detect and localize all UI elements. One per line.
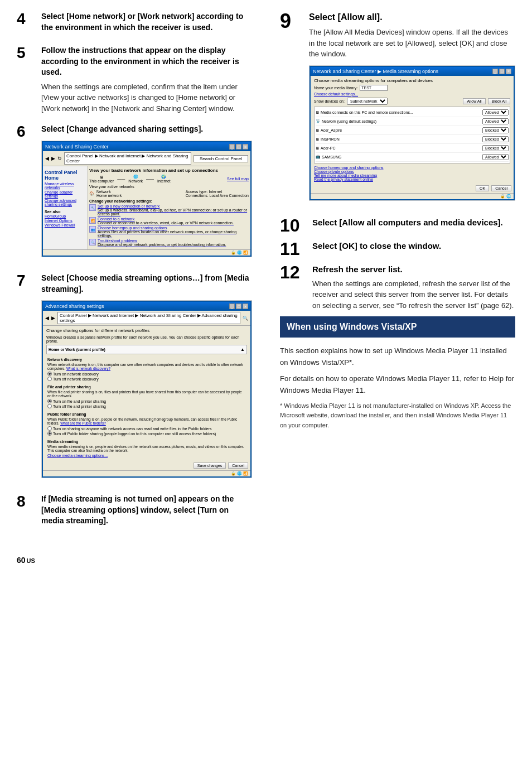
choose-media-heading: Choose media streaming options for compu… <box>314 78 510 83</box>
pub-off-row: Turn off Public folder sharing (people l… <box>47 431 246 436</box>
step-8-content: If [Media streaming is not turned on] ap… <box>41 494 252 529</box>
show-devices-label: Show devices on: <box>314 99 345 103</box>
device-name-3: INSPIRON <box>321 137 340 141</box>
access-info: Access type: InternetConnections: Local … <box>186 190 249 197</box>
device-status-3[interactable]: Blocked <box>482 136 509 142</box>
public-folder-title: Public folder sharing <box>47 412 246 416</box>
troubleshoot-row: 🔍 Troubleshoot problemsDiagnose and repa… <box>89 239 249 247</box>
back-icon[interactable]: ◀ <box>45 156 49 161</box>
public-folder-link[interactable]: What are the Public folders? <box>60 421 106 425</box>
adv-buttons: Save changes Cancel <box>43 461 250 470</box>
device-status-1[interactable]: Allowed <box>482 118 509 124</box>
vista-xp-title: When using Windows Vista/XP <box>287 322 417 331</box>
device-row-2: 🖥 Acer_Aspire Blocked <box>316 126 509 135</box>
media-close-btn[interactable]: × <box>506 69 511 74</box>
device-status-5[interactable]: Allowed <box>482 154 509 160</box>
adv-close-btn[interactable]: × <box>243 303 248 309</box>
change-advanced-link[interactable]: Change advanced sharing settings <box>45 199 85 206</box>
step-7-title: Select [Choose media streaming options…]… <box>41 273 252 295</box>
homegroup-options-link[interactable]: Choose homegroup and sharing options <box>314 166 510 170</box>
adv-min-btn[interactable]: _ <box>229 303 235 309</box>
device-status-4[interactable]: Blocked <box>482 145 509 151</box>
connect-link[interactable]: Connect to a networkConnect or reconnect… <box>98 217 234 225</box>
devices-dropdown[interactable]: Subnet network <box>347 98 388 105</box>
profile-arrow[interactable]: ▲ <box>240 347 245 352</box>
net-disc-off-radio[interactable] <box>47 377 52 381</box>
step-5-body: When the settings are completed, confirm… <box>41 81 252 114</box>
network-label: Network <box>128 179 143 183</box>
network-row: 🏠 NetworkHome network Access type: Inter… <box>89 190 249 197</box>
troubleshoot-icon: 🔍 <box>89 239 96 245</box>
arrow2: —— <box>146 177 154 181</box>
step-6-number: 6 <box>17 124 38 139</box>
forward-icon[interactable]: ▶ <box>51 156 55 161</box>
tell-more-link[interactable]: Tell me more about media streaming <box>314 174 510 177</box>
file-share-on-radio[interactable] <box>47 399 52 403</box>
privacy-link[interactable]: Read the privacy statement online <box>314 177 510 181</box>
media-title-text: Network and Sharing Center ▶ Media Strea… <box>313 69 438 74</box>
media-min-btn[interactable]: _ <box>492 69 498 74</box>
win-toolbar: ◀ ▶ ↻ Control Panel ▶ Network and Intern… <box>43 151 250 166</box>
adv-max-btn[interactable]: □ <box>236 303 241 309</box>
control-panel-home-link[interactable]: Control Panel Home <box>45 170 85 181</box>
device-name-2: Acer_Aspire <box>321 128 342 132</box>
homegroup-link2[interactable]: Choose homegroup and sharing optionsAcce… <box>98 226 249 238</box>
minimize-btn[interactable]: _ <box>229 144 235 150</box>
device-status-2[interactable]: Blocked <box>482 127 509 133</box>
network-icon: 🌐 <box>128 175 143 179</box>
address-bar[interactable]: Control Panel ▶ Network and Internet ▶ N… <box>64 152 191 165</box>
step-4-title: Select [Home network] or [Work network] … <box>41 11 252 33</box>
step-9-body: The [Allow All Media Devices] window ope… <box>309 27 515 60</box>
adv-subtitle: Windows creates a separate network profi… <box>46 335 247 343</box>
profile-header: Home or Work (current profile) ▲ <box>49 347 245 352</box>
adv-address-bar[interactable]: Control Panel ▶ Network and Internet ▶ N… <box>57 312 240 324</box>
device-icon-1: 📡 <box>316 119 321 123</box>
device-icon-2: 🖥 <box>316 128 320 132</box>
adv-search-icon[interactable]: 🔍 <box>243 316 248 321</box>
step-5: 5 Follow the instructions that appear on… <box>17 45 252 114</box>
private-options-link[interactable]: Choose private options <box>314 170 510 174</box>
close-btn[interactable]: × <box>243 144 248 150</box>
pub-on-row: Turn on sharing so anyone with network a… <box>47 426 246 431</box>
setup-link[interactable]: Set up a new connection or networkSet up… <box>98 204 249 216</box>
adv-forward-icon[interactable]: ▶ <box>51 315 55 321</box>
step-8: 8 If [Media streaming is not turned on] … <box>17 494 252 529</box>
internet-options-link[interactable]: Internet Options <box>45 219 85 223</box>
device-status-0[interactable]: Allowed <box>482 109 509 115</box>
allow-all-btn[interactable]: Allow All <box>463 98 485 104</box>
media-max-btn[interactable]: □ <box>499 69 505 74</box>
net-disc-on-radio[interactable] <box>47 372 52 376</box>
block-all-btn[interactable]: Block All <box>488 98 510 104</box>
windows-firewall-link[interactable]: Windows Firewall <box>45 223 85 227</box>
adv-back-icon[interactable]: ◀ <box>45 315 49 321</box>
device-row-4: 🖥 Acer-PC Blocked <box>316 144 509 153</box>
adv-title-text: Advanced sharing settings <box>45 303 104 309</box>
see-full-map-link[interactable]: See full map <box>227 177 249 181</box>
device-row-0: 🖥 Media connects on this PC and remote c… <box>316 108 509 117</box>
choose-media-link[interactable]: Choose media streaming options... <box>47 454 108 457</box>
search-bar[interactable]: Search Control Panel <box>194 155 248 162</box>
library-name-input[interactable] <box>360 85 388 91</box>
maximize-btn[interactable]: □ <box>236 144 241 150</box>
manage-wireless-link[interactable]: Manage wireless networks <box>45 182 85 190</box>
media-cancel-btn[interactable]: Cancel <box>491 185 511 191</box>
file-share-off-radio[interactable] <box>47 404 52 408</box>
pub-off-radio[interactable] <box>47 431 52 436</box>
device-name-0: Media connects on this PC and remote con… <box>321 110 413 114</box>
media-titlebar: Network and Sharing Center ▶ Media Strea… <box>311 67 514 76</box>
active-networks-label: View your active networks <box>89 185 249 189</box>
homegroup-link[interactable]: HomeGroup <box>45 214 85 218</box>
adv-statusbar: 🔒 🌐 📶 <box>43 470 250 476</box>
troubleshoot-link[interactable]: Troubleshoot problemsDiagnose and repair… <box>98 239 226 247</box>
pub-on-radio[interactable] <box>47 426 52 431</box>
change-adapter-link[interactable]: Change adapter settings <box>45 190 85 198</box>
media-ok-btn[interactable]: OK <box>476 185 489 191</box>
net-disc-link[interactable]: What is network discovery? <box>66 367 110 370</box>
cancel-btn[interactable]: Cancel <box>228 463 248 469</box>
step-9: 9 Select [Allow all]. The [Allow All Med… <box>280 11 515 206</box>
choose-default-link[interactable]: Choose default settings... <box>314 92 510 96</box>
computer-icon: 🖥 <box>89 175 114 179</box>
device-name-4: Acer-PC <box>321 146 335 150</box>
refresh-icon[interactable]: ↻ <box>57 156 62 161</box>
save-changes-btn[interactable]: Save changes <box>194 463 226 469</box>
